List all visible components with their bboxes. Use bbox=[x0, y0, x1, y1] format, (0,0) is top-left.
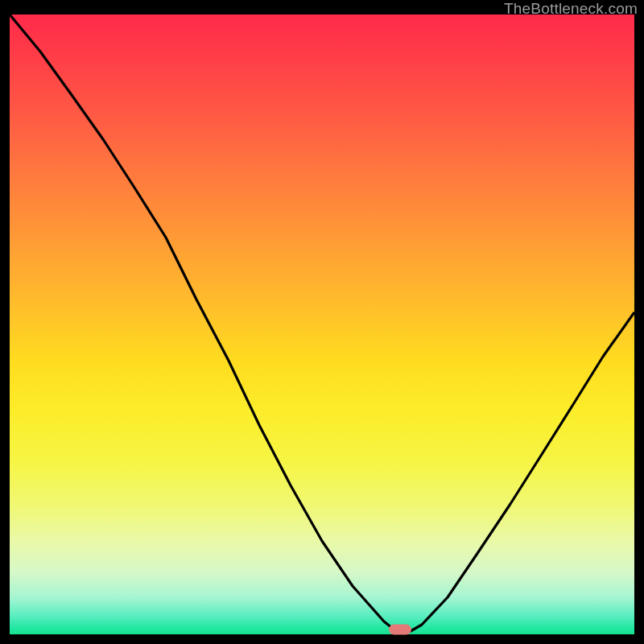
plot-area bbox=[10, 14, 634, 634]
bottleneck-chart: TheBottleneck.com bbox=[0, 0, 644, 644]
watermark-text: TheBottleneck.com bbox=[504, 0, 638, 18]
optimum-marker bbox=[389, 624, 411, 634]
curve-layer bbox=[10, 14, 634, 634]
bottleneck-curve bbox=[10, 14, 634, 631]
